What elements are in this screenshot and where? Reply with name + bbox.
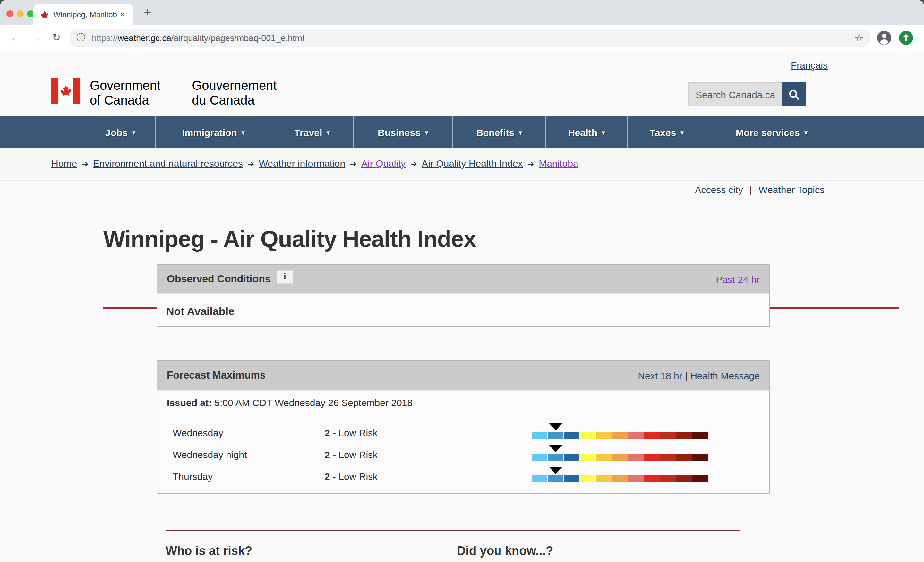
info-button[interactable]: i (276, 270, 293, 283)
breadcrumb-arrow-icon: ➜ (81, 159, 88, 169)
aqhi-scale-bar (532, 432, 708, 439)
aqhi-scale-segment (628, 475, 644, 483)
breadcrumb-link-manitoba[interactable]: Manitoba (538, 158, 578, 169)
nav-item-label: More services (736, 127, 800, 138)
past-24hr-wrap: Past 24 hr (716, 274, 760, 285)
breadcrumb-link-environment-and-natural-resources[interactable]: Environment and natural resources (93, 158, 243, 169)
forecast-risk: 2 - Low Risk (325, 471, 532, 482)
forecast-period: Wednesday (172, 427, 325, 438)
chevron-down-icon: ▾ (242, 129, 245, 136)
aqhi-marker-icon (549, 445, 562, 452)
issued-value: 5:00 AM CDT Wednesday 26 September 2018 (212, 397, 412, 408)
observed-status: Not Available (157, 294, 770, 318)
signature-en-line2: of Canada (90, 93, 160, 108)
tab-strip: Winnipeg, Manitoba - Air Quali × + (0, 0, 924, 25)
aqhi-scale (532, 467, 708, 483)
issued-label: Issued at: (167, 397, 212, 408)
forecast-maximums-title: Forecast Maximums (167, 370, 266, 381)
aqhi-scale-segment (660, 475, 676, 483)
nav-item-label: Immigration (182, 127, 237, 138)
aqhi-scale-segment (532, 432, 548, 439)
aqhi-scale-segment (612, 454, 627, 461)
search-button[interactable] (782, 82, 806, 106)
reload-icon[interactable]: ↻ (49, 30, 64, 45)
forecast-maximums-panel: Forecast Maximums Next 18 hr | Health Me… (157, 360, 770, 494)
past-24hr-link[interactable]: Past 24 hr (716, 274, 760, 285)
aqhi-scale-segment (644, 475, 660, 483)
profile-avatar-icon[interactable] (877, 31, 891, 45)
search-input[interactable] (688, 82, 782, 106)
nav-item-jobs[interactable]: Jobs▾ (85, 116, 155, 148)
forecast-row: Wednesday night2 - Low Risk (167, 439, 770, 461)
aqhi-scale-segment (580, 475, 596, 483)
aqhi-scale-segment (596, 432, 612, 439)
tab-close-icon[interactable]: × (120, 10, 125, 19)
aqhi-scale-segment (564, 454, 579, 461)
aqhi-marker-icon (549, 423, 562, 430)
aqhi-scale-segment (676, 432, 692, 439)
access-city-link[interactable]: Access city (695, 184, 743, 195)
nav-item-business[interactable]: Business▾ (353, 116, 452, 148)
chevron-down-icon: ▾ (602, 129, 605, 136)
maple-leaf-favicon (40, 10, 49, 19)
address-bar[interactable]: ⓘ https://weather.gc.ca/airquality/pages… (69, 29, 872, 47)
new-tab-button[interactable]: + (139, 3, 157, 21)
breadcrumb-link-air-quality-health-index[interactable]: Air Quality Health Index (422, 158, 523, 169)
chevron-down-icon: ▾ (681, 129, 684, 136)
breadcrumb-link-air-quality[interactable]: Air Quality (361, 158, 405, 169)
url-scheme: https:// (92, 33, 118, 43)
back-icon[interactable]: ← (8, 30, 23, 45)
nav-item-benefits[interactable]: Benefits▾ (452, 116, 545, 148)
aqhi-scale-segment (548, 432, 563, 439)
section-rule (165, 530, 740, 531)
breadcrumb-link-weather-information[interactable]: Weather information (259, 158, 345, 169)
nav-item-travel[interactable]: Travel▾ (271, 116, 353, 148)
nav-item-label: Business (378, 127, 420, 138)
breadcrumb-link-home[interactable]: Home (51, 158, 77, 169)
aqhi-scale-segment (532, 454, 548, 461)
signature-en-line1: Government (90, 78, 160, 93)
observed-conditions-title: Observed Conditions (167, 273, 271, 285)
tab-title: Winnipeg, Manitoba - Air Quali (53, 10, 117, 19)
bookmark-star-icon[interactable]: ☆ (854, 32, 864, 44)
browser-tab[interactable]: Winnipeg, Manitoba - Air Quali × (33, 4, 134, 25)
language-toggle-link[interactable]: Français (791, 60, 828, 70)
quick-links-divider: | (750, 184, 752, 195)
signature-fr-line1: Gouvernement (192, 78, 277, 93)
browser-update-icon[interactable] (899, 31, 913, 45)
nav-item-health[interactable]: Health▾ (545, 116, 627, 148)
nav-item-label: Travel (294, 127, 322, 138)
next-18hr-link[interactable]: Next 18 hr (638, 370, 682, 381)
aqhi-scale-segment (564, 475, 579, 483)
aqhi-scale-segment (660, 454, 676, 461)
nav-item-immigration[interactable]: Immigration▾ (155, 116, 271, 148)
forecast-row: Wednesday2 - Low Risk (167, 417, 770, 439)
aqhi-scale-segment (676, 454, 692, 461)
window-zoom-button[interactable] (27, 10, 34, 17)
forecast-maximums-header: Forecast Maximums Next 18 hr | Health Me… (157, 361, 770, 391)
health-message-link[interactable]: Health Message (690, 370, 760, 381)
aqhi-scale-segment (660, 432, 676, 439)
nav-item-taxes[interactable]: Taxes▾ (627, 116, 706, 148)
url-domain: weather.gc.ca (118, 33, 171, 43)
forecast-risk: 2 - Low Risk (325, 449, 532, 460)
nav-item-more-services[interactable]: More services▾ (706, 116, 837, 148)
canada-flag-icon (51, 78, 80, 104)
aqhi-scale-segment (596, 454, 612, 461)
page-info-icon[interactable]: ⓘ (76, 32, 86, 43)
window-minimize-button[interactable] (16, 10, 24, 17)
page-title: Winnipeg - Air Quality Health Index (103, 226, 476, 253)
aqhi-scale-segment (692, 454, 708, 461)
web-page: Français Government of Canada Gouverneme… (0, 51, 924, 562)
aqhi-scale-segment (580, 454, 596, 461)
forward-icon: → (28, 30, 44, 45)
window-close-button[interactable] (6, 10, 14, 17)
nav-item-label: Health (568, 127, 597, 138)
site-search (688, 82, 806, 106)
goc-signature: Government of Canada Gouvernement du Can… (51, 78, 277, 108)
signature-english: Government of Canada (90, 78, 160, 108)
aqhi-scale-segment (692, 475, 708, 483)
browser-window: Winnipeg, Manitoba - Air Quali × + ← → ↻… (0, 0, 924, 562)
weather-topics-link[interactable]: Weather Topics (759, 184, 825, 195)
forecast-period: Thursday (172, 471, 325, 482)
